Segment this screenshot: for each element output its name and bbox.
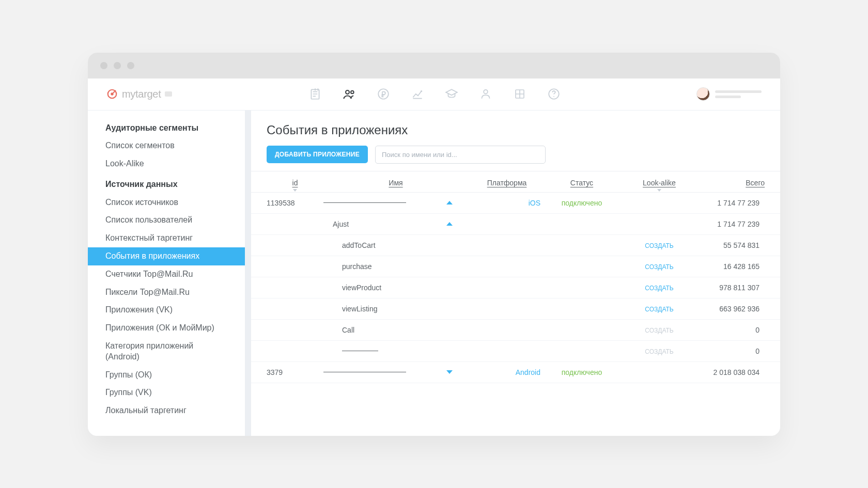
profile-icon[interactable] xyxy=(478,87,493,101)
topbar: mytarget xyxy=(88,78,780,111)
table-row: Ajust1 714 77 239 xyxy=(251,214,780,235)
cell-total: 663 962 936 xyxy=(701,305,765,313)
sidebar-item[interactable]: Приложения (VK) xyxy=(88,301,245,319)
sidebar: Аудиторные сегментыСписок сегментовLook-… xyxy=(88,111,245,436)
apps-table: id Имя Платформа Статус Look-alike Всего… xyxy=(251,171,780,383)
table-row: addToCartСОЗДАТЬ55 574 831 xyxy=(251,235,780,256)
cell-platform: Android xyxy=(468,368,546,376)
cell-status: подключено xyxy=(546,199,618,207)
cell-id: 1139538 xyxy=(267,199,323,207)
add-app-button[interactable]: ДОБАВИТЬ ПРИЛОЖЕНИЕ xyxy=(267,146,368,163)
expand-icon[interactable] xyxy=(446,370,453,374)
sidebar-item[interactable]: Группы (VK) xyxy=(88,384,245,402)
controls-row: ДОБАВИТЬ ПРИЛОЖЕНИЕ xyxy=(251,146,780,171)
education-icon[interactable] xyxy=(444,87,459,101)
help-icon[interactable] xyxy=(547,87,561,101)
stats-icon[interactable] xyxy=(410,87,425,101)
table-row: viewListingСОЗДАТЬ663 962 936 xyxy=(251,298,780,320)
table-header: id Имя Платформа Статус Look-alike Всего xyxy=(251,171,780,193)
billing-icon[interactable] xyxy=(376,87,391,101)
collapse-icon[interactable] xyxy=(446,201,453,204)
cell-lookalike: СОЗДАТЬ xyxy=(618,326,701,334)
cell-name xyxy=(323,201,468,204)
name-placeholder-line xyxy=(342,351,378,351)
svg-point-6 xyxy=(421,90,422,92)
topbar-nav xyxy=(308,87,561,101)
cell-name xyxy=(323,351,468,351)
cell-name xyxy=(323,370,468,374)
svg-point-7 xyxy=(484,90,488,94)
sidebar-item[interactable]: Приложения (ОК и МойМир) xyxy=(88,319,245,337)
sidebar-item[interactable]: Контекстный таргетинг xyxy=(88,229,245,247)
table-row: 1139538iOSподключено1 714 77 239 xyxy=(251,193,780,214)
window-dot-close[interactable] xyxy=(100,62,107,69)
name-placeholder-line xyxy=(323,202,406,203)
sidebar-item[interactable]: Локальный таргетинг xyxy=(88,402,245,420)
sidebar-item[interactable]: Список источников xyxy=(88,194,245,212)
user-name-placeholder xyxy=(715,90,762,93)
logo[interactable]: mytarget xyxy=(106,88,172,100)
col-total[interactable]: Всего xyxy=(701,179,765,187)
cell-total: 2 018 038 034 xyxy=(701,368,765,376)
cell-total: 55 574 831 xyxy=(701,241,765,249)
table-row: СОЗДАТЬ0 xyxy=(251,341,780,362)
cell-total: 1 714 77 239 xyxy=(701,199,765,207)
sidebar-section-header: Аудиторные сегменты xyxy=(88,120,245,137)
sidebar-item[interactable]: Пиксели Top@Mail.Ru xyxy=(88,284,245,302)
search-input[interactable] xyxy=(375,146,546,164)
cell-lookalike: СОЗДАТЬ xyxy=(618,284,701,292)
audiences-icon[interactable] xyxy=(342,87,357,101)
content-area: Аудиторные сегментыСписок сегментовLook-… xyxy=(88,111,780,436)
cell-name: purchase xyxy=(323,262,468,271)
cell-lookalike: СОЗДАТЬ xyxy=(618,241,701,249)
table-row: CallСОЗДАТЬ0 xyxy=(251,320,780,341)
page-title: События в приложениях xyxy=(251,123,780,146)
col-status[interactable]: Статус xyxy=(546,179,618,187)
logo-text: mytarget xyxy=(122,88,161,100)
sidebar-item[interactable]: Список сегментов xyxy=(88,137,245,155)
create-lookalike-link: СОЗДАТЬ xyxy=(645,348,673,355)
campaigns-icon[interactable] xyxy=(308,87,322,101)
create-lookalike-link[interactable]: СОЗДАТЬ xyxy=(645,306,673,313)
col-id[interactable]: id xyxy=(267,179,323,187)
svg-point-1 xyxy=(111,92,114,96)
sidebar-item[interactable]: Группы (ОК) xyxy=(88,366,245,384)
create-lookalike-link[interactable]: СОЗДАТЬ xyxy=(645,242,673,249)
create-lookalike-link[interactable]: СОЗДАТЬ xyxy=(645,285,673,292)
cell-lookalike: СОЗДАТЬ xyxy=(618,262,701,271)
col-name[interactable]: Имя xyxy=(323,179,468,187)
cell-platform: iOS xyxy=(468,199,546,207)
window-dot-minimize[interactable] xyxy=(114,62,121,69)
cell-total: 0 xyxy=(701,347,765,355)
window-dot-maximize[interactable] xyxy=(127,62,134,69)
sidebar-item[interactable]: События в приложениях xyxy=(88,247,245,265)
svg-point-3 xyxy=(346,90,349,94)
user-email-placeholder xyxy=(715,96,741,98)
avatar xyxy=(696,87,710,101)
user-menu[interactable] xyxy=(696,87,762,101)
logo-badge xyxy=(165,91,172,97)
col-lookalike[interactable]: Look-alike xyxy=(618,179,701,187)
create-lookalike-link: СОЗДАТЬ xyxy=(645,327,673,334)
cell-total: 16 428 165 xyxy=(701,262,765,271)
cell-id: 3379 xyxy=(267,368,323,376)
svg-point-10 xyxy=(553,96,554,97)
sidebar-item[interactable]: Категория приложений (Android) xyxy=(88,337,245,366)
main-panel: События в приложениях ДОБАВИТЬ ПРИЛОЖЕНИ… xyxy=(251,111,780,436)
name-placeholder-line xyxy=(323,372,406,372)
table-body: 1139538iOSподключено1 714 77 239Ajust1 7… xyxy=(251,193,780,383)
sidebar-item[interactable]: Look-Alike xyxy=(88,155,245,173)
cell-total: 978 811 307 xyxy=(701,284,765,292)
browser-chrome xyxy=(88,53,780,78)
collapse-icon[interactable] xyxy=(446,222,453,226)
sidebar-item[interactable]: Список пользователей xyxy=(88,211,245,229)
cell-status: подключено xyxy=(546,368,618,376)
svg-point-4 xyxy=(351,91,354,94)
sidebar-item[interactable]: Счетчики Top@Mail.Ru xyxy=(88,265,245,284)
logo-icon xyxy=(106,88,118,100)
cell-name: viewProduct xyxy=(323,284,468,292)
tools-icon[interactable] xyxy=(513,87,527,101)
col-platform[interactable]: Платформа xyxy=(468,179,546,187)
create-lookalike-link[interactable]: СОЗДАТЬ xyxy=(645,263,673,271)
cell-name: Call xyxy=(323,326,468,334)
